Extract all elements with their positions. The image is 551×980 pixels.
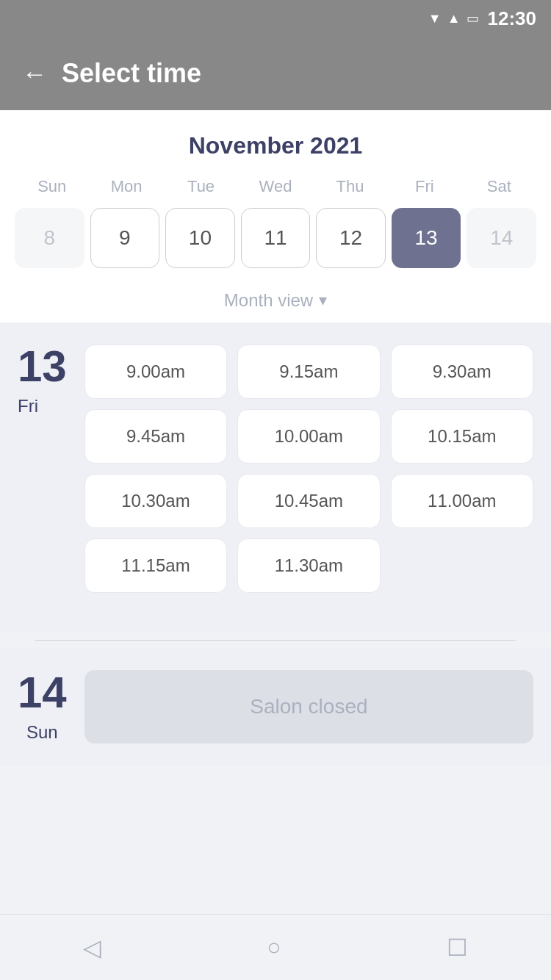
time-slot-1030[interactable]: 10.30am (84, 474, 227, 528)
day14-section: 14 Sun Salon closed (0, 648, 551, 765)
day13-info: 13 Fri (18, 345, 67, 417)
header: ← Select time (0, 37, 551, 110)
weekday-tue: Tue (164, 177, 238, 196)
bottom-nav (0, 914, 551, 980)
time-grid-13: 9.00am 9.15am 9.30am 9.45am 10.00am 10.1… (84, 345, 533, 593)
time-slot-945[interactable]: 9.45am (84, 409, 227, 464)
day14-row: 14 Sun Salon closed (18, 670, 533, 743)
weekday-wed: Wed (238, 177, 312, 196)
weekday-sun: Sun (15, 177, 89, 196)
day13-section: 13 Fri 9.00am 9.15am 9.30am 9.45am 10.00… (0, 323, 551, 633)
weekday-fri: Fri (387, 177, 461, 196)
day14-info: 14 Sun (18, 671, 67, 743)
date-11[interactable]: 11 (241, 208, 311, 268)
status-bar: ▼ ▲ ▭ 12:30 (0, 0, 551, 37)
nav-recent-button[interactable] (447, 934, 468, 962)
weekday-thu: Thu (313, 177, 387, 196)
time-slot-900[interactable]: 9.00am (84, 345, 227, 399)
day14-number: 14 (18, 671, 67, 715)
day14-name: Sun (26, 722, 58, 743)
time-slot-1100[interactable]: 11.00am (391, 474, 533, 528)
time-slot-930[interactable]: 9.30am (391, 345, 533, 399)
date-13[interactable]: 13 (392, 208, 461, 268)
section-divider (35, 640, 516, 641)
status-time: 12:30 (488, 7, 537, 30)
date-9[interactable]: 9 (90, 208, 160, 268)
day13-header: 13 Fri 9.00am 9.15am 9.30am 9.45am 10.00… (18, 345, 533, 593)
day13-name: Fri (18, 396, 67, 417)
time-slot-1130[interactable]: 11.30am (237, 538, 380, 593)
salon-closed-label: Salon closed (250, 695, 367, 718)
date-14: 14 (467, 208, 536, 268)
month-view-toggle[interactable]: Month view ▾ (0, 275, 551, 323)
nav-back-button[interactable] (83, 934, 101, 962)
time-slot-1015[interactable]: 10.15am (391, 409, 533, 464)
time-slot-915[interactable]: 9.15am (237, 345, 380, 399)
chevron-down-icon: ▾ (319, 291, 327, 310)
time-slot-1115[interactable]: 11.15am (84, 538, 227, 593)
wifi-icon: ▼ (428, 11, 442, 26)
date-row: 8 9 10 11 12 13 14 (15, 208, 536, 268)
status-icons: ▼ ▲ ▭ (428, 10, 479, 26)
time-slot-1045[interactable]: 10.45am (237, 474, 380, 528)
day13-number: 13 (18, 345, 67, 389)
signal-icon: ▲ (447, 11, 461, 26)
calendar-section: November 2021 Sun Mon Tue Wed Thu Fri Sa… (0, 110, 551, 275)
weekday-sat: Sat (462, 177, 536, 196)
nav-home-button[interactable] (267, 934, 281, 961)
weekday-mon: Mon (89, 177, 163, 196)
month-view-label: Month view (224, 290, 313, 311)
date-10[interactable]: 10 (165, 208, 235, 268)
battery-icon: ▭ (467, 10, 479, 26)
date-12[interactable]: 12 (316, 208, 386, 268)
back-button[interactable]: ← (22, 60, 47, 88)
salon-closed-box: Salon closed (84, 670, 533, 743)
month-label: November 2021 (15, 132, 536, 159)
date-8: 8 (15, 208, 84, 268)
week-days-row: Sun Mon Tue Wed Thu Fri Sat (15, 177, 536, 196)
time-slot-1000[interactable]: 10.00am (237, 409, 380, 464)
page-title: Select time (62, 58, 201, 89)
